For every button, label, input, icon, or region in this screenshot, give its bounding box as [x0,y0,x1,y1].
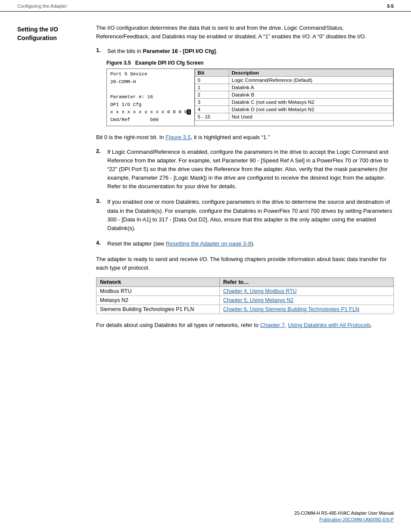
figure-right-panel: Bit Description 0Logic Command/Reference… [195,69,393,125]
page-header: Configuring the Adapter 3-5 [0,0,411,12]
datalinks-paragraph: For details about using Datalinks for al… [96,321,394,330]
bit-table-row: 3Datalink C (not used with Metasys N2 [195,99,393,106]
fig-line-5: x x x x x x x x x x 0 0 0 01 [110,109,191,116]
network-cell: Siemens Building Technologies P1 FLN [97,305,220,314]
description-cell: Not Used [229,113,393,121]
step-2-text: If Logic Command/Reference is enabled, c… [107,148,394,191]
fig-line-2: 20-COMM-H [110,78,191,86]
fig-line-1: Port 5 Device [110,71,191,78]
bit-cell: 1 [195,84,229,91]
refer-table: Network Refer to… Modbus RTUChapter 4, U… [96,277,394,314]
footer-line1: 20-COMM-H RS-485 HVAC Adapter User Manua… [294,510,394,517]
figure-left-panel: Port 5 Device 20-COMM-H Parameter #: 16 … [107,69,195,125]
summary-paragraph: The adapter is ready to send and receive… [96,255,394,272]
step-2: 2. If Logic Command/Reference is enabled… [96,148,394,191]
refer-link[interactable]: Chapter 5, Using Metasys N2 [223,297,293,303]
refer-col-referto: Refer to… [219,278,393,287]
publication-link[interactable]: Publication 20COMM-UM009D-EN-P [319,517,394,522]
figure-label: Figure 3.5 Example DPI I/O Cfg Screen [106,60,394,66]
step-3-text: If you enabled one or more Datalinks, co… [107,198,394,233]
step-1-num: 1. [96,47,104,56]
bit-table-row: 0Logic Command/Reference (Default) [195,77,393,84]
bit-cell: 4 [195,106,229,113]
bit-note: Bit 0 is the right-most bit. In Figure 3… [96,133,394,142]
refer-table-row: Modbus RTUChapter 4, Using Modbus RTU [97,287,394,296]
figure-box: Port 5 Device 20-COMM-H Parameter #: 16 … [106,68,394,126]
refer-table-row: Metasys N2Chapter 5, Using Metasys N2 [97,296,394,305]
refer-col-network: Network [97,278,220,287]
step-3-num: 3. [96,198,104,233]
page-footer: 20-COMM-H RS-485 HVAC Adapter User Manua… [294,510,394,524]
bit-table-row: 2Datalink B [195,91,393,99]
col-bit: Bit [195,69,229,77]
refer-link[interactable]: Chapter 6, Using Siemens Building Techno… [223,306,359,312]
page-content: Setting the I/OConfiguration The I/O con… [0,12,411,344]
bit-table-row: 1Datalink A [195,84,393,91]
step-3-line: 3. If you enabled one or more Datalinks,… [96,198,394,233]
footer-line2: Publication 20COMM-UM009D-EN-P [294,516,394,523]
step-4: 4. Reset the adapter (see Resetting the … [96,240,394,248]
fig-line-4: DPI I/O Cfg [110,101,191,109]
bit-table-row: 4Datalink D (not used with Metasys N2 [195,106,393,113]
figure-3-5-container: Figure 3.5 Example DPI I/O Cfg Screen Po… [106,60,394,126]
refer-cell: Chapter 5, Using Metasys N2 [219,296,393,305]
refer-link[interactable]: Chapter 4, Using Modbus RTU [223,288,297,294]
description-cell: Datalink D (not used with Metasys N2 [229,106,393,113]
header-left-text: Configuring the Adapter [17,3,67,9]
bit-cell: 3 [195,99,229,106]
bit-cell: 2 [195,91,229,99]
description-cell: Datalink C (not used with Metasys N2 [229,99,393,106]
intro-paragraph: The I/O configuration determines the dat… [96,24,394,41]
main-content: The I/O configuration determines the dat… [93,24,394,335]
fig-line-3: Parameter #: 16 [110,93,191,101]
fig-line-6: Cmd/Ref b00 [110,116,191,124]
refer-cell: Chapter 6, Using Siemens Building Techno… [219,305,393,314]
step-2-line: 2. If Logic Command/Reference is enabled… [96,148,394,191]
col-description: Description [229,69,393,77]
bit-cell: 0 [195,77,229,84]
bit-cell: 5 - 15 [195,113,229,121]
page-container: Configuring the Adapter 3-5 Setting the … [0,0,411,532]
refer-table-row: Siemens Building Technologies P1 FLNChap… [97,305,394,314]
bit-description-table: Bit Description 0Logic Command/Reference… [195,69,393,121]
network-cell: Metasys N2 [97,296,220,305]
step-4-text: Reset the adapter (see Resetting the Ada… [107,240,255,248]
header-right-text: 3-5 [387,3,394,9]
reset-adapter-link[interactable]: Resetting the Adapter on page 3-8 [166,240,251,247]
sidebar: Setting the I/OConfiguration [17,24,93,335]
step-4-line: 4. Reset the adapter (see Resetting the … [96,240,394,248]
step-2-num: 2. [96,148,104,191]
chapter-7-link[interactable]: Chapter 7 [260,322,285,328]
fig-line-blank [110,86,191,94]
step-4-num: 4. [96,240,104,248]
section-title: Setting the I/OConfiguration [17,25,85,42]
description-cell: Datalink B [229,91,393,99]
figure-3-5-link[interactable]: Figure 3.5 [165,134,191,140]
refer-cell: Chapter 4, Using Modbus RTU [219,287,393,296]
description-cell: Datalink A [229,84,393,91]
step-3: 3. If you enabled one or more Datalinks,… [96,198,394,233]
network-cell: Modbus RTU [97,287,220,296]
description-cell: Logic Command/Reference (Default) [229,77,393,84]
step-1-line: 1. Set the bits in Parameter 16 - [DPI I… [96,47,394,56]
using-datalinks-link[interactable]: Using Datalinks with All Protocols [288,322,371,328]
step-1-text: Set the bits in Parameter 16 - [DPI I/O … [107,47,218,56]
bit-table-row: 5 - 15Not Used [195,113,393,121]
step-1: 1. Set the bits in Parameter 16 - [DPI I… [96,47,394,126]
